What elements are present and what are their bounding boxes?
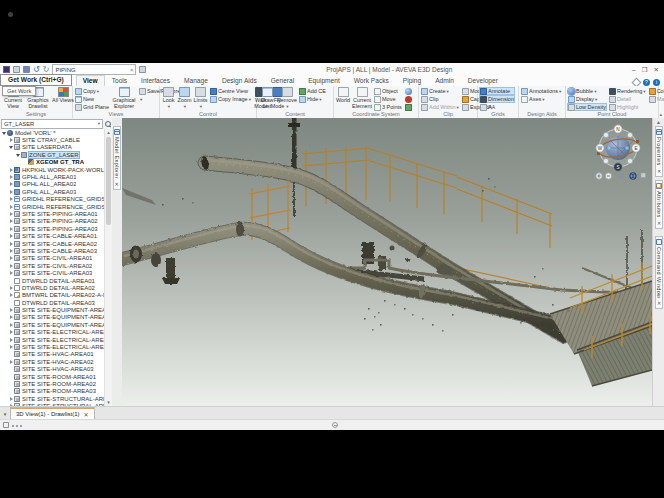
grid-font-buttons[interactable]: AA	[479, 103, 515, 111]
tree-item[interactable]: SITE SITE-CABLE-AREA03	[0, 247, 104, 254]
tree-expander-icon[interactable]	[8, 247, 14, 254]
tree-item[interactable]: SITE SITE-HVAC-AREA01	[0, 351, 104, 358]
tree-expander-icon[interactable]	[8, 240, 14, 247]
panel-tab-attributes[interactable]: Attributes✕	[655, 180, 663, 229]
tree-expander-icon[interactable]	[8, 188, 14, 195]
tree-expander-icon[interactable]	[8, 262, 14, 269]
tree-item[interactable]: DTWRLD DETAIL-AREA01	[0, 277, 104, 284]
coord-red-button[interactable]	[404, 95, 414, 103]
remove-button[interactable]: Remove▾	[277, 87, 297, 109]
move-button[interactable]: Move	[373, 95, 403, 103]
ribbon-tab-view[interactable]: View	[76, 75, 105, 86]
tree-expander-icon[interactable]	[8, 307, 14, 314]
tree-item[interactable]: SITE SITE-CABLE-AREA02	[0, 240, 104, 247]
copy-view-button[interactable]: Copy▾	[74, 87, 110, 95]
ribbon-tab-tools[interactable]: Tools	[105, 75, 134, 86]
tree-item[interactable]: SITE SITE-HVAC-AREA02	[0, 358, 104, 365]
highlight-button[interactable]: Highlight	[608, 103, 647, 111]
scroll-up-icon[interactable]: ▲	[105, 129, 112, 136]
tree-expander-icon[interactable]	[8, 144, 14, 151]
tree-item[interactable]: SITE SITE-CIVIL-AREA01	[0, 255, 104, 262]
close-icon[interactable]: ✕	[657, 168, 661, 174]
axes-button[interactable]: Axes▾	[520, 95, 562, 103]
annotations-button[interactable]: Annotations▾	[520, 87, 562, 95]
tree-item[interactable]: SITE SITE-ROOM-AREA01	[0, 373, 104, 380]
tree-expander-icon[interactable]	[8, 255, 14, 262]
tree-item[interactable]: GPHL ALL_AREA01	[0, 173, 104, 180]
tree-item[interactable]: SITE SITE-EQUIPMENT-AREA03	[0, 321, 104, 328]
tree-expander-icon[interactable]	[8, 336, 14, 343]
select-icon[interactable]	[23, 66, 30, 73]
ribbon-collapse-icon[interactable]: ▴	[659, 111, 662, 117]
tree-expander-icon[interactable]	[8, 233, 14, 240]
tree-item[interactable]: SITE SITE-ELECTRICAL-AREA02	[0, 336, 104, 343]
ribbon-tab-manage[interactable]: Manage	[177, 75, 215, 86]
ribbon-tab-admin[interactable]: Admin	[428, 75, 461, 86]
viewport-3d[interactable]: N E S W	[122, 118, 652, 406]
tree-item[interactable]: SITE LASERDATA	[0, 144, 104, 151]
tree-item[interactable]: SITE SITE-PIPING-AREA03	[0, 225, 104, 232]
tree-item[interactable]: DTWRLD DETAIL-AREA02	[0, 284, 104, 291]
tree-expander-icon[interactable]	[8, 218, 14, 225]
tree-expander-icon[interactable]	[15, 151, 21, 158]
tree-expander-icon[interactable]	[8, 284, 14, 291]
look-button[interactable]: Look▾	[161, 87, 176, 109]
draw-list-button[interactable]: Draw List	[258, 87, 276, 110]
tree-item[interactable]: SITE SITE-EQUIPMENT-AREA02	[0, 314, 104, 321]
display-button[interactable]: Display▾	[567, 95, 607, 103]
ribbon-tab-equipment[interactable]: Equipment	[301, 75, 347, 86]
ribbon-tab-design-aids[interactable]: Design Aids	[215, 75, 264, 86]
tree-item[interactable]: SITE SITE-ROOM-AREA03	[0, 388, 104, 395]
centre-view-button[interactable]: Centre View	[209, 87, 252, 95]
clip-button[interactable]: Clip	[420, 95, 460, 103]
panel-tab-command-window[interactable]: Command Window✕	[655, 236, 663, 309]
tree-item[interactable]: SITE SITE-CIVIL-AREA03	[0, 269, 104, 276]
dimension-button[interactable]: Dimension	[479, 95, 515, 103]
scrollbar-thumb[interactable]	[106, 137, 111, 225]
tree-item[interactable]: HKPKHL WORK-PACK-WORLD001	[0, 166, 104, 173]
search-input[interactable]: GT_LASER ▾	[1, 119, 103, 129]
clear-icon[interactable]: ×	[130, 67, 134, 73]
tree-item[interactable]: GRIDHL REFERENCE_GRIDS	[0, 196, 104, 203]
tree-item[interactable]: SITE SITE-ELECTRICAL-AREA01	[0, 329, 104, 336]
tree-expander-icon[interactable]	[8, 196, 14, 203]
panel-tab-properties[interactable]: Properties✕	[655, 126, 663, 177]
copy-image-button[interactable]: Copy Image▾	[209, 95, 252, 103]
tree-expander-icon[interactable]	[8, 358, 14, 365]
grid-plane-button[interactable]: Grid Plane	[74, 103, 110, 111]
bubble-button[interactable]: Bubble▾	[567, 87, 607, 95]
scroll-up-icon[interactable]: ▲	[656, 119, 661, 125]
tree-expander-icon[interactable]	[8, 174, 14, 181]
close-icon[interactable]: ✕	[657, 300, 661, 306]
annotate-button[interactable]: Annotate	[479, 87, 515, 95]
tree-scrollbar[interactable]: ▲ ▼	[104, 129, 112, 406]
tree-item[interactable]: Model 'VORL' *	[0, 129, 104, 136]
tree-expander-icon[interactable]	[8, 137, 14, 144]
tree-item[interactable]: SITE SITE-CABLE-AREA01	[0, 232, 104, 239]
pin-icon[interactable]	[139, 66, 146, 73]
tree-expander-icon[interactable]	[8, 321, 14, 328]
tree-item[interactable]: SITE SITE-CIVIL-AREA02	[0, 262, 104, 269]
tree-expander-icon[interactable]	[8, 225, 14, 232]
app-icon[interactable]	[3, 66, 10, 73]
add-within-button[interactable]: Add Within▾	[420, 103, 460, 111]
minimize-icon[interactable]: –	[632, 63, 636, 76]
tree-item[interactable]: SITE SITE-PIPING-AREA02	[0, 218, 104, 225]
current-element-button[interactable]: Current Element	[352, 87, 372, 110]
scroll-down-icon[interactable]: ▼	[105, 399, 112, 406]
tree-item[interactable]: XGEOM GT_TRA	[0, 159, 104, 166]
object-button[interactable]: Object	[373, 87, 403, 95]
info-icon[interactable]: i	[653, 79, 660, 86]
save-icon[interactable]	[13, 66, 20, 73]
tree-expander-icon[interactable]	[8, 203, 14, 210]
close-icon[interactable]: ✕	[654, 63, 659, 76]
tree-expander-icon[interactable]	[8, 166, 14, 173]
tree-item[interactable]: DTWRLD DETAIL-AREA03	[0, 299, 104, 306]
close-icon[interactable]: ✕	[114, 181, 118, 187]
search-icon[interactable]	[104, 120, 111, 128]
tree-item[interactable]: SITE SITE-ELECTRICAL-AREA03	[0, 343, 104, 350]
ribbon-tab-interfaces[interactable]: Interfaces	[134, 75, 177, 86]
clipboard-icon[interactable]	[3, 422, 9, 428]
splitter-icon[interactable]	[332, 422, 338, 428]
tree-expander-icon[interactable]	[8, 314, 14, 321]
